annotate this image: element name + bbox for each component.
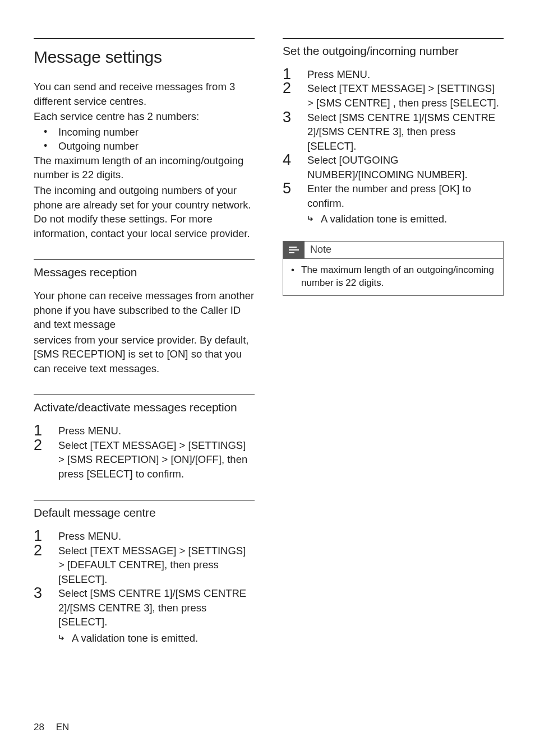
ui-label: [SMS CENTRE 1] [90, 587, 173, 599]
text: . [496, 97, 499, 109]
step-list: 1 Press MENU. 2 Select [TEXT MESSAGE] > … [34, 529, 255, 645]
step-number: 2 [34, 435, 42, 456]
ui-label: [SELECT] [307, 140, 353, 152]
step-item: 2 Select [TEXT MESSAGE] > [SETTINGS] > [… [34, 438, 255, 481]
note-icon [283, 242, 305, 258]
step-list: 1 Press MENU. 2 Select [TEXT MESSAGE] > … [283, 67, 504, 226]
ui-label: [SMS CENTRE 3] [70, 602, 153, 614]
step-number: 5 [283, 178, 291, 199]
body-text: services from your service provider. By … [34, 333, 255, 376]
ui-label: [ON] [167, 348, 188, 360]
step-item: 2 Select [TEXT MESSAGE] > [SETTINGS] > [… [283, 81, 504, 110]
body-text: Your phone can receive messages from ano… [34, 289, 255, 332]
section-heading: Set the outgoing/incoming number [283, 38, 504, 59]
step-item: 4 Select [OUTGOING NUMBER]/[INCOMING NUM… [283, 153, 504, 182]
text: services from your service provider. By … [34, 334, 249, 346]
note-header: Note [283, 242, 503, 259]
language-code: EN [56, 722, 70, 732]
ui-label: [SELECT] [58, 616, 104, 628]
page-footer: 28 EN [34, 721, 69, 734]
text: to confirm. [133, 468, 185, 480]
step-item: 3 Select [SMS CENTRE 1]/[SMS CENTRE 2]/[… [283, 110, 504, 154]
result-arrow-icon [307, 212, 315, 226]
page-number: 28 [34, 722, 44, 732]
text: Press [307, 68, 336, 80]
ui-label: [SELECT] [86, 468, 132, 480]
ui-label: [INCOMING NUMBER] [358, 169, 464, 180]
note-box: Note The maximum length of an outgoing/i… [283, 241, 504, 296]
step-item: 1 Press MENU. [283, 67, 504, 82]
result-line: A validation tone is emitted. [307, 212, 504, 226]
result-arrow-icon [58, 631, 66, 646]
svg-rect-2 [289, 252, 294, 253]
ui-label: [SELECT] [58, 573, 104, 585]
text: , then press [153, 602, 207, 614]
text: . [104, 573, 107, 585]
text: . [353, 140, 356, 152]
list-item: Outgoing number [34, 139, 255, 154]
two-column-layout: Message settings You can send and receiv… [34, 38, 504, 645]
ui-label: [OFF] [195, 453, 222, 465]
text: Your phone can receive messages from ano… [34, 290, 254, 330]
step-item: 5 Enter the number and press [OK] to con… [283, 182, 504, 226]
step-number: 4 [283, 150, 291, 170]
ui-label: [ON] [171, 453, 192, 465]
ui-label: MENU [87, 425, 118, 437]
text: . [118, 530, 121, 542]
step-item: 1 Press MENU. [34, 424, 255, 438]
ui-label: [DEFAULT CENTRE] [67, 559, 164, 571]
step-item: 2 Select [TEXT MESSAGE] > [SETTINGS] > [… [34, 544, 255, 587]
list-item: Incoming number [34, 125, 255, 140]
text: . [118, 425, 121, 437]
text: > [176, 545, 188, 556]
page-title: Message settings [34, 38, 255, 68]
text: , then press [164, 559, 219, 571]
note-title: Note [305, 243, 331, 257]
step-number: 2 [34, 540, 42, 561]
result-line: A validation tone is emitted. [58, 631, 255, 646]
intro-text: The incoming and outgoing numbers of you… [34, 183, 255, 240]
text: Select [307, 112, 339, 123]
step-number: 2 [283, 78, 291, 99]
text: . [465, 169, 468, 180]
text: , then press [390, 97, 450, 109]
text: is set to [125, 348, 167, 360]
ui-label: [SETTINGS] [188, 545, 246, 556]
text: > [425, 82, 437, 94]
step-item: 3 Select [SMS CENTRE 1]/[SMS CENTRE 2]/[… [34, 586, 255, 645]
ui-label: [TEXT MESSAGE] [90, 545, 177, 556]
svg-rect-0 [289, 247, 297, 248]
text: Select [58, 587, 90, 599]
ui-label: [SMS CENTRE] [316, 97, 390, 109]
text: Select [307, 82, 339, 94]
text: A validation tone is emitted. [72, 632, 198, 644]
text: Select [307, 154, 339, 166]
ui-label: MENU [87, 530, 118, 542]
ui-label: [SETTINGS] [437, 82, 495, 94]
ui-label: [SMS CENTRE 1] [339, 112, 422, 123]
ui-label: [SETTINGS] [188, 439, 246, 451]
step-number: 3 [283, 107, 291, 128]
ui-label: [TEXT MESSAGE] [90, 439, 177, 451]
text: > [307, 97, 316, 109]
text: Select [58, 439, 90, 451]
document-page: Message settings You can send and receiv… [0, 0, 535, 756]
text: Press [58, 530, 87, 542]
text: . [104, 616, 107, 628]
ui-label: [SMS RECEPTION] [34, 348, 125, 360]
left-column: Message settings You can send and receiv… [34, 38, 255, 645]
bullet-list: Incoming number Outgoing number [34, 125, 255, 154]
text: , then press [402, 126, 456, 137]
step-item: 1 Press MENU. [34, 529, 255, 544]
intro-text: You can send and receive messages from 3… [34, 80, 255, 108]
section-heading: Messages reception [34, 259, 255, 281]
text: > [176, 439, 188, 451]
ui-label: [SMS RECEPTION] [67, 453, 159, 465]
text: . [367, 68, 370, 80]
ui-label: [OK] [439, 183, 459, 194]
right-column: Set the outgoing/incoming number 1 Press… [283, 38, 504, 645]
section-heading: Default message centre [34, 500, 255, 521]
note-body: The maximum length of an outgoing/incomi… [283, 259, 503, 295]
intro-text: The maximum length of an incoming/outgoi… [34, 154, 255, 182]
note-item: The maximum length of an outgoing/incomi… [291, 263, 496, 290]
